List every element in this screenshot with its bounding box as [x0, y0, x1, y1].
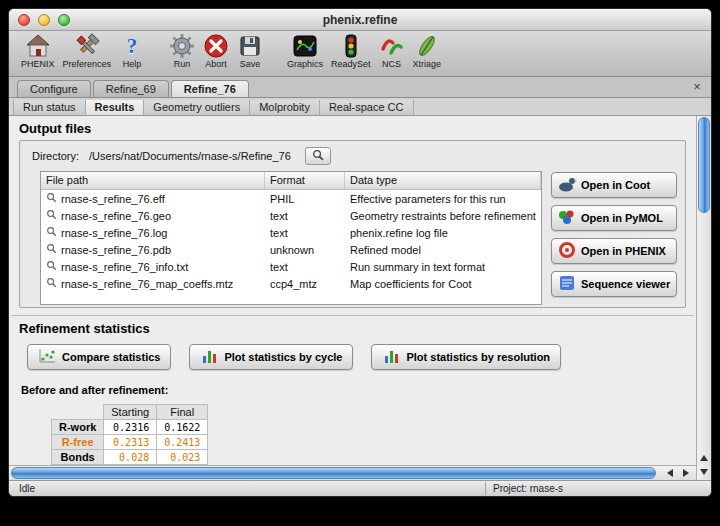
close-window-button[interactable]	[18, 14, 30, 26]
file-format: text	[265, 261, 345, 273]
toolbar-button-preferences[interactable]: Preferences	[59, 33, 116, 69]
horizontal-scrollbar-arrows	[662, 466, 694, 480]
output-files-table: File path Format Data type rnase-s_refin…	[40, 171, 542, 305]
toolbar-button-abort[interactable]: Abort	[199, 33, 233, 69]
toolbar-label: Run	[174, 59, 191, 69]
file-format: PHIL	[265, 193, 345, 205]
stats-row-r-free: R-free 0.2313 0.2413	[52, 435, 208, 450]
toolbar-button-save[interactable]: Save	[233, 33, 267, 69]
column-header-format[interactable]: Format	[265, 172, 345, 189]
stats-column-starting: Starting	[104, 405, 157, 420]
subtab-run-status[interactable]: Run status	[13, 100, 86, 115]
zoom-window-button[interactable]	[58, 14, 70, 26]
scroll-left-arrow[interactable]	[662, 466, 678, 481]
browse-directory-button[interactable]	[305, 147, 331, 165]
subtab-geometry-outliers[interactable]: Geometry outliers	[144, 100, 250, 115]
column-header-data-type[interactable]: Data type	[345, 172, 541, 189]
tab-close-button[interactable]: ×	[690, 79, 704, 94]
phenix-icon	[557, 241, 577, 261]
stats-row-label: Bonds	[52, 450, 104, 465]
tab-configure[interactable]: Configure	[17, 80, 91, 97]
button-label: Compare statistics	[62, 351, 160, 363]
stats-row-label: R-free	[52, 435, 104, 450]
sequence-viewer-icon	[557, 274, 577, 294]
minimize-window-button[interactable]	[38, 14, 50, 26]
file-format: ccp4_mtz	[265, 278, 345, 290]
file-path: rnase-s_refine_76.log	[61, 227, 167, 239]
horizontal-scrollbar-thumb[interactable]	[11, 467, 656, 479]
help-icon: ?	[127, 33, 138, 59]
vertical-scrollbar-thumb[interactable]	[698, 117, 710, 213]
table-row[interactable]: rnase-s_refine_76.log text phenix.refine…	[41, 224, 541, 241]
toolbar-button-ncs[interactable]: NCS	[375, 33, 409, 69]
toolbar-label: Graphics	[287, 59, 323, 69]
stats-row-label: R-work	[52, 420, 104, 435]
status-text: Idle	[9, 483, 35, 494]
table-row[interactable]: rnase-s_refine_76.eff PHIL Effective par…	[41, 190, 541, 207]
plot-statistics-by-resolution-button[interactable]: Plot statistics by resolution	[371, 344, 561, 370]
file-format: text	[265, 210, 345, 222]
table-row[interactable]: rnase-s_refine_76_info.txt text Run summ…	[41, 258, 541, 275]
toolbar-label: ReadySet	[331, 59, 371, 69]
table-row[interactable]: rnase-s_refine_76.pdb unknown Refined mo…	[41, 241, 541, 258]
section-divider	[11, 315, 694, 316]
before-after-label: Before and after refinement:	[21, 384, 696, 396]
column-header-file-path[interactable]: File path	[41, 172, 265, 189]
file-path: rnase-s_refine_76.eff	[61, 193, 165, 205]
toolbar-button-graphics[interactable]: Graphics	[283, 33, 327, 69]
plot-statistics-by-cycle-button[interactable]: Plot statistics by cycle	[189, 344, 353, 370]
gear-icon	[169, 33, 195, 59]
status-divider	[485, 482, 486, 495]
table-row[interactable]: rnase-s_refine_76.geo text Geometry rest…	[41, 207, 541, 224]
toolbar-label: PHENIX	[21, 59, 55, 69]
magnifier-icon	[46, 277, 57, 290]
vertical-scrollbar[interactable]	[696, 116, 711, 480]
button-label: Plot statistics by cycle	[224, 351, 342, 363]
scroll-right-arrow[interactable]	[678, 466, 694, 481]
scroll-down-arrow[interactable]	[697, 465, 711, 479]
magnifier-icon	[46, 243, 57, 256]
file-data-type: Map coefficients for Coot	[345, 278, 541, 290]
toolbar-label: Save	[240, 59, 261, 69]
open-in-pymol-button[interactable]: Open in PyMOL	[551, 205, 677, 231]
stats-column-final: Final	[157, 405, 208, 420]
magnifier-icon	[46, 260, 57, 273]
abort-icon	[203, 33, 229, 59]
results-panel: Output files Directory: /Users/nat/Docum…	[9, 116, 696, 465]
sequence-viewer-button[interactable]: Sequence viewer	[551, 271, 677, 297]
file-format: unknown	[265, 244, 345, 256]
stats-value-starting: 0.2313	[104, 435, 157, 450]
horizontal-scrollbar[interactable]	[9, 465, 696, 480]
scroll-up-arrow[interactable]	[697, 451, 711, 465]
toolbar-button-help[interactable]: ? Help	[115, 33, 149, 69]
output-files-heading: Output files	[19, 121, 696, 136]
graphics-icon	[292, 33, 318, 59]
statistics-buttons-row: Compare statistics Plot statistics by cy…	[27, 344, 696, 370]
xtriage-icon	[414, 33, 440, 59]
subtab-real-space-cc[interactable]: Real-space CC	[320, 100, 414, 115]
subtab-results[interactable]: Results	[86, 100, 145, 115]
tab-refine-76[interactable]: Refine_76	[171, 80, 249, 97]
open-in-phenix-button[interactable]: Open in PHENIX	[551, 238, 677, 264]
compare-statistics-button[interactable]: Compare statistics	[27, 344, 171, 370]
tab-bar: Configure Refine_69 Refine_76 ×	[9, 77, 711, 98]
button-label: Open in PHENIX	[581, 245, 666, 257]
file-path: rnase-s_refine_76.pdb	[61, 244, 171, 256]
open-in-coot-button[interactable]: Open in Coot	[551, 172, 677, 198]
titlebar[interactable]: phenix.refine	[9, 9, 711, 31]
file-data-type: Run summary in text format	[345, 261, 541, 273]
file-path: rnase-s_refine_76_map_coeffs.mtz	[61, 278, 233, 290]
file-path: rnase-s_refine_76.geo	[61, 210, 171, 222]
toolbar-button-readyset[interactable]: ReadySet	[327, 33, 375, 69]
magnifier-icon	[46, 226, 57, 239]
table-row[interactable]: rnase-s_refine_76_map_coeffs.mtz ccp4_mt…	[41, 275, 541, 292]
toolbar-button-run[interactable]: Run	[165, 33, 199, 69]
toolbar-label: Abort	[205, 59, 227, 69]
toolbar-button-phenix[interactable]: PHENIX	[17, 33, 59, 69]
toolbar-button-xtriage[interactable]: Xtriage	[409, 33, 446, 69]
button-label: Sequence viewer	[581, 278, 670, 290]
button-label: Plot statistics by resolution	[406, 351, 550, 363]
tab-refine-69[interactable]: Refine_69	[93, 80, 169, 97]
vertical-scrollbar-arrows	[697, 451, 711, 479]
subtab-molprobity[interactable]: Molprobity	[250, 100, 320, 115]
